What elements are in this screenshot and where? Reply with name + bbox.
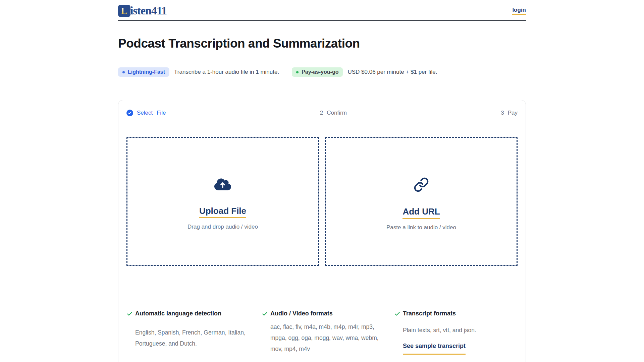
step-select-file: Select File xyxy=(126,110,166,116)
link-icon xyxy=(414,177,429,192)
badge-label: Lightning-Fast xyxy=(128,69,165,75)
step-label: Confirm xyxy=(327,110,347,116)
header: L isten411 login xyxy=(118,0,526,21)
upload-file-dropzone[interactable]: Upload File Drag and drop audio / video xyxy=(126,137,319,266)
badge-label: Pay-as-you-go xyxy=(302,69,338,75)
badges-row: Lightning-Fast Transcribe a 1-hour audio… xyxy=(118,67,526,77)
transcription-card: Select File 2 Confirm 3 Pay xyxy=(118,100,526,362)
upload-file-hint: Drag and drop audio / video xyxy=(187,224,258,230)
logo-text: isten411 xyxy=(130,4,167,17)
add-url-dropzone[interactable]: Add URL Paste a link to audio / video xyxy=(325,137,518,266)
cloud-upload-icon xyxy=(214,177,231,192)
badge-description: Transcribe a 1-hour audio file in 1 minu… xyxy=(174,69,279,75)
feature-transcript-formats: Transcript formats Plain texts, srt, vtt… xyxy=(394,310,518,355)
badge-lightning-fast: Lightning-Fast xyxy=(118,67,169,77)
feature-av-formats: Audio / Video formats aac, flac, flv, m4… xyxy=(262,310,389,355)
page-title: Podcast Transcription and Summarization xyxy=(118,37,526,51)
feature-language-detection: Automatic language detection English, Sp… xyxy=(126,310,256,355)
step-number: 2 xyxy=(320,110,323,116)
step-label: Pay xyxy=(508,110,518,116)
badge-description: USD $0.06 per minute + $1 per file. xyxy=(347,69,437,75)
step-pay: 3 Pay xyxy=(501,110,518,116)
feature-text: aac, flac, flv, m4a, m4b, m4p, m4r, mp3,… xyxy=(270,321,389,355)
green-dot-icon xyxy=(296,71,299,73)
login-link[interactable]: login xyxy=(512,7,526,15)
logo-mark-icon: L xyxy=(118,5,130,17)
blue-dot-icon xyxy=(122,71,125,73)
feature-title: Transcript formats xyxy=(403,310,518,322)
step-label: Select File xyxy=(137,110,166,116)
logo[interactable]: L isten411 xyxy=(118,4,167,17)
check-icon xyxy=(126,311,135,324)
step-number: 3 xyxy=(501,110,504,116)
badge-pay-as-you-go: Pay-as-you-go xyxy=(292,67,343,77)
feature-text: Plain texts, srt, vtt, and json. xyxy=(403,325,518,339)
upload-options: Upload File Drag and drop audio / video … xyxy=(126,137,518,266)
see-sample-transcript-link[interactable]: See sample transcript xyxy=(403,343,466,355)
stepper-connector xyxy=(360,113,488,113)
add-url-link[interactable]: Add URL xyxy=(402,206,440,219)
feature-title: Audio / Video formats xyxy=(270,310,389,318)
step-confirm: 2 Confirm xyxy=(320,110,347,116)
features-row: Automatic language detection English, Sp… xyxy=(126,310,518,362)
stepper-connector xyxy=(178,113,307,113)
step-complete-check-icon xyxy=(126,110,133,116)
add-url-hint: Paste a link to audio / video xyxy=(386,224,456,231)
check-icon xyxy=(262,311,270,318)
upload-file-link[interactable]: Upload File xyxy=(199,206,246,218)
check-icon xyxy=(394,311,403,322)
logo-mark-letter: L xyxy=(121,6,127,16)
feature-title: Automatic language detection xyxy=(135,310,256,324)
stepper: Select File 2 Confirm 3 Pay xyxy=(126,110,518,116)
feature-text: English, Spanish, French, German, Italia… xyxy=(135,327,256,355)
